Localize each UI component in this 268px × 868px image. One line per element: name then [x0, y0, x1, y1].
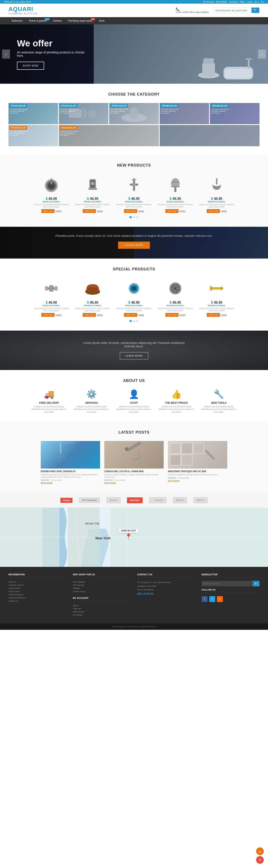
nav-home-garden[interactable]: Home & garden new — [26, 17, 50, 24]
special-details-4[interactable]: Details — [180, 313, 185, 317]
special-details-2[interactable]: Details — [97, 313, 103, 317]
product-price-1: $ 46.90 — [32, 197, 70, 201]
footer-link-cart[interactable]: View Cart — [73, 608, 131, 610]
my-account-link[interactable]: My Account — [203, 1, 214, 3]
rss-button[interactable]: ⌖ — [217, 596, 223, 602]
newsletter-input[interactable] — [202, 581, 253, 586]
delivery-icon: 🚚 — [30, 389, 68, 399]
special-actions-2: Add to Cart Details — [73, 313, 112, 317]
footer-link-contact[interactable]: Contact Us — [8, 600, 66, 602]
nav-plumbing[interactable]: Plumbing repair parts Hot — [65, 17, 95, 24]
add-to-cart-3[interactable]: Add to Cart — [124, 209, 137, 213]
cat-label-7: IPSUM DOLOR — [60, 126, 78, 130]
special-details-1[interactable]: Details — [56, 313, 61, 317]
currency-selector[interactable]: $ ▾ — [261, 1, 264, 3]
footer-link-wish[interactable]: My Wishlist — [73, 614, 131, 616]
search-input[interactable] — [213, 8, 251, 13]
footer-link-advanced[interactable]: Advanced Search — [8, 594, 66, 596]
read-more-3[interactable]: READ MORE — [168, 480, 180, 482]
svg-rect-20 — [88, 188, 97, 190]
dot-2[interactable] — [133, 216, 135, 218]
blog-link[interactable]: Blog — [240, 1, 244, 3]
category-item-7[interactable]: IPSUM DOLOR Lorem ipsum dolor sit amet,c… — [59, 125, 159, 146]
footer-link-affiliates[interactable]: Affiliates — [73, 587, 131, 589]
special-details-3[interactable]: Details — [138, 313, 144, 317]
svg-point-24 — [132, 183, 136, 186]
details-3[interactable]: Details — [138, 209, 144, 213]
footer-info-links: About Us Customer Service Privacy Policy… — [8, 581, 66, 602]
product-price-4: $ 46.90 — [156, 197, 195, 201]
dot-1[interactable] — [129, 216, 132, 218]
footer-bottom: © 2016 Magento Theme Store. All Rights R… — [0, 623, 268, 630]
cat-label-3: IPSUM DOLOR — [110, 104, 128, 107]
facebook-button[interactable]: f — [202, 596, 208, 602]
svg-rect-4 — [225, 69, 252, 79]
hot-badge: Hot — [91, 18, 95, 20]
shop-now-button[interactable]: SHOP NOW — [17, 62, 44, 70]
language-selector[interactable]: En ▾ — [255, 1, 259, 3]
details-1[interactable]: Details — [56, 209, 61, 213]
svg-point-40 — [87, 287, 98, 291]
details-2[interactable]: Details — [97, 209, 103, 213]
footer-link-history[interactable]: Order History — [73, 611, 131, 613]
hero-next-button[interactable]: › — [258, 50, 266, 59]
nav-tools[interactable]: Tools — [95, 17, 108, 24]
product-actions-2: Add to Cart Details — [73, 209, 112, 213]
cat-desc-4: Lorem ipsum dolor sit amet,consectetur a… — [161, 108, 179, 114]
category-item-4[interactable]: IPSUM DOLOR Lorem ipsum dolor sit amet,c… — [160, 103, 209, 124]
read-more-1[interactable]: READ MORE — [41, 482, 52, 484]
footer-address: 📍 Company Inc., 2441 Morisson Road Lexin… — [137, 581, 195, 596]
footer-link-customer[interactable]: Customer Service — [8, 584, 66, 586]
add-to-cart-5[interactable]: Add to Cart — [207, 209, 220, 213]
hero-prev-button[interactable]: ‹ — [2, 50, 10, 59]
special-dot-3[interactable] — [136, 320, 139, 322]
footer-link-search[interactable]: Search Terms — [8, 590, 66, 592]
footer-link-signin[interactable]: Sign In — [73, 604, 131, 607]
my-wishlist-link[interactable]: My Wishlist — [216, 1, 227, 3]
dot-3[interactable] — [136, 216, 139, 218]
logo[interactable]: AQUARI PLUMBING SUPPLIES — [8, 6, 38, 15]
footer-link-group[interactable]: Contact Group — [73, 590, 131, 592]
add-to-cart-1[interactable]: Add to Cart — [41, 209, 55, 213]
product-desc-4: Aenean nonummy hendrerit mauris. Phasell… — [156, 204, 195, 208]
special-product-img-2 — [73, 278, 112, 299]
category-item-3[interactable]: IPSUM DOLOR Lorem ipsum dolor sit amet,c… — [109, 103, 159, 124]
special-products-grid: $ 46.90 IPSUM FACTORIAL Aenean nonummy h… — [8, 278, 260, 317]
learn-more-button-2[interactable]: LEARN MORE — [120, 352, 148, 360]
category-item-6[interactable]: IPSUM DOLOR Lorem ipsum dolor sit amet,c… — [8, 125, 58, 146]
details-5[interactable]: Details — [221, 209, 227, 213]
special-product-img-5 — [198, 278, 236, 299]
checkout-link[interactable]: Checkout — [229, 1, 238, 3]
read-more-2[interactable]: READ MORE — [104, 482, 116, 484]
category-item-2[interactable]: IPSUM DOLOR Lorem ipsum dolor sit amet,c… — [59, 103, 109, 124]
nav-bathroom[interactable]: Bathroom — [8, 17, 26, 24]
special-cart-3[interactable]: Add to Cart — [124, 313, 137, 317]
learn-more-button-1[interactable]: LEARN MORE — [118, 242, 150, 249]
footer-link-warranty[interactable]: Our Warranty — [73, 584, 131, 586]
category-item-5[interactable]: IPSUM DOLOR Lorem ipsum dolor sit amet,c… — [210, 103, 260, 124]
footer-link-privacy[interactable]: Privacy Policy — [8, 587, 66, 589]
login-link[interactable]: Log In — [246, 1, 252, 3]
special-dot-1[interactable] — [129, 320, 132, 322]
special-cart-4[interactable]: Add to Cart — [166, 313, 179, 317]
footer-link-about[interactable]: About Us — [8, 581, 66, 583]
footer-link-orders[interactable]: Orders and Returns — [8, 597, 66, 599]
category-item-1[interactable]: IPSUM DOLOR Lorem ipsum dolor sit amet,c… — [8, 103, 58, 124]
search-button[interactable]: 🔍 — [251, 8, 259, 13]
nav-kitchen[interactable]: Kitchen — [50, 17, 65, 24]
add-to-cart-4[interactable]: Add to Cart — [166, 209, 179, 213]
post-image-wrench — [104, 441, 164, 469]
special-cart-2[interactable]: Add to Cart — [83, 313, 96, 317]
footer-link-shipping[interactable]: Free Shipping — [73, 581, 131, 583]
details-4[interactable]: Details — [180, 209, 185, 213]
special-dot-2[interactable] — [133, 320, 135, 322]
special-products-title: SPECIAL PRODUCTS — [8, 267, 260, 272]
special-details-5[interactable]: Details — [221, 313, 227, 317]
svg-point-63 — [61, 461, 62, 462]
newsletter-submit[interactable]: ► — [253, 581, 260, 586]
twitter-button[interactable]: t — [209, 596, 215, 602]
special-cart-5[interactable]: Add to Cart — [207, 313, 220, 317]
category-item-8[interactable] — [160, 125, 260, 146]
add-to-cart-2[interactable]: Add to Cart — [83, 209, 96, 213]
special-cart-1[interactable]: Add to Cart — [41, 313, 55, 317]
